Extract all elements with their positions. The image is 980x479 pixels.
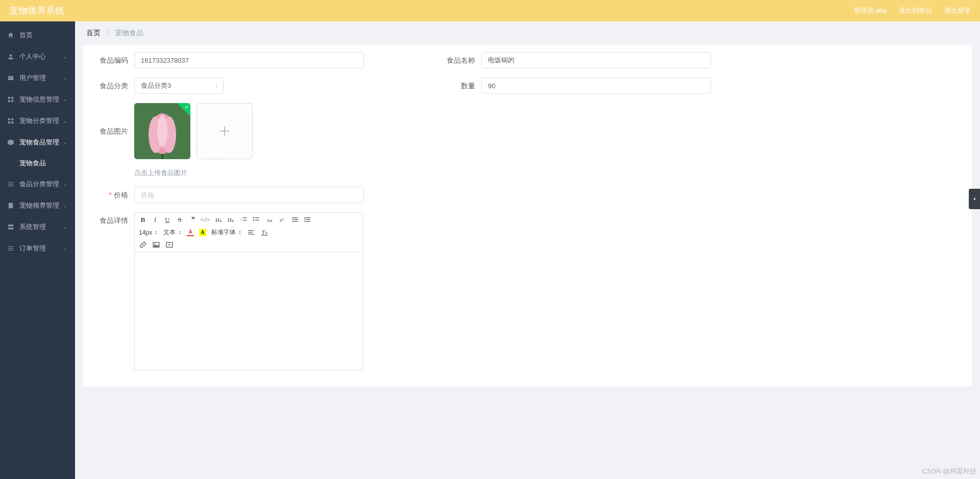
- sidebar-item-adoption[interactable]: 宠物领养管理: [0, 195, 75, 216]
- indent-button[interactable]: [303, 216, 311, 224]
- plus-icon: [217, 124, 232, 138]
- bold-button[interactable]: B: [139, 216, 147, 224]
- h1-button[interactable]: H₁: [214, 216, 223, 224]
- chevron-down-icon: [213, 83, 219, 89]
- align-button[interactable]: [247, 229, 255, 237]
- doc-icon: [7, 202, 14, 209]
- sidebar-item-profile[interactable]: 个人中心: [0, 46, 75, 67]
- sidebar-item-label: 食品分类管理: [19, 180, 59, 189]
- svg-rect-3: [11, 97, 13, 99]
- svg-rect-8: [8, 121, 10, 123]
- home-icon: [7, 32, 14, 39]
- chevron-down-icon: [63, 224, 68, 230]
- chevron-left-icon: [971, 196, 977, 202]
- svg-rect-16: [8, 246, 14, 247]
- upload-success-badge: [177, 103, 190, 116]
- sidebar-item-home[interactable]: 首页: [0, 24, 75, 46]
- svg-rect-1: [8, 76, 14, 80]
- box-icon: [7, 139, 14, 146]
- video-button[interactable]: [165, 241, 174, 249]
- svg-rect-15: [8, 228, 14, 230]
- sidebar-item-pet-food[interactable]: 宠物食品管理: [0, 132, 75, 153]
- exit-to-front-link[interactable]: 退出到前台: [899, 6, 932, 15]
- price-label: *价格: [88, 187, 134, 203]
- sidebar-item-pet-info[interactable]: 宠物信息管理: [0, 89, 75, 110]
- superscript-button[interactable]: x²: [278, 216, 286, 224]
- h2-button[interactable]: H₂: [227, 216, 235, 224]
- svg-rect-13: [9, 203, 13, 209]
- fontsize-select[interactable]: 14px: [139, 229, 158, 236]
- svg-rect-11: [8, 184, 14, 184]
- strike-button[interactable]: S: [176, 216, 184, 224]
- svg-rect-18: [8, 250, 14, 250]
- underline-button[interactable]: U: [163, 216, 172, 224]
- rich-text-editor: B I U S ❞ </> H₁: [134, 212, 363, 370]
- svg-rect-37: [304, 217, 310, 218]
- svg-rect-36: [292, 221, 298, 221]
- subscript-button[interactable]: x₂: [265, 216, 274, 224]
- breadcrumb-home[interactable]: 首页: [86, 29, 101, 37]
- food-category-value[interactable]: [134, 78, 224, 94]
- price-input[interactable]: [134, 187, 364, 203]
- main-content: 首页 / 宠物食品 食品编码 食品名称 食品分类: [75, 21, 980, 479]
- sidebar-item-food-category[interactable]: 食品分类管理: [0, 173, 75, 195]
- grid-icon: [7, 117, 14, 124]
- svg-point-32: [253, 219, 254, 220]
- svg-rect-38: [306, 219, 310, 220]
- food-image-label: 食品图片: [88, 103, 134, 159]
- upload-add-button[interactable]: [197, 103, 253, 159]
- svg-point-0: [10, 54, 12, 57]
- sidebar-item-pet-category[interactable]: 宠物分类管理: [0, 110, 75, 132]
- fontfamily-select[interactable]: 标准字体: [211, 228, 242, 237]
- italic-button[interactable]: I: [151, 216, 159, 224]
- outdent-button[interactable]: [291, 216, 299, 224]
- food-category-label: 食品分类: [88, 78, 134, 94]
- side-collapse-button[interactable]: [969, 189, 980, 209]
- sidebar-item-users[interactable]: 用户管理: [0, 67, 75, 89]
- svg-rect-5: [11, 100, 13, 102]
- image-button[interactable]: [152, 241, 160, 249]
- block-select[interactable]: 文本: [163, 228, 182, 237]
- list-icon: [7, 181, 14, 188]
- clear-format-button[interactable]: Tx: [260, 229, 268, 237]
- unordered-list-button[interactable]: [252, 216, 260, 224]
- text-color-button[interactable]: A: [187, 229, 194, 236]
- food-name-input[interactable]: [481, 52, 711, 68]
- sidebar: 首页 个人中心 用户管理 宠物信息管理 宠物分类管理 宠物食品管理: [0, 21, 75, 479]
- svg-rect-10: [8, 182, 14, 183]
- admin-user-link[interactable]: 管理员 abo: [854, 6, 887, 15]
- mail-icon: [7, 74, 14, 82]
- svg-rect-12: [8, 186, 14, 186]
- bg-color-button[interactable]: A: [199, 229, 206, 236]
- editor-body[interactable]: [135, 253, 362, 370]
- server-icon: [7, 223, 14, 231]
- sidebar-item-orders[interactable]: 订单管理: [0, 238, 75, 259]
- svg-rect-9: [11, 121, 13, 123]
- food-code-input[interactable]: [134, 52, 364, 68]
- chevron-down-icon: [63, 97, 68, 102]
- form-card: 食品编码 食品名称 食品分类: [83, 45, 972, 387]
- svg-rect-17: [8, 248, 14, 248]
- svg-rect-2: [8, 97, 10, 99]
- food-name-label: 食品名称: [435, 52, 481, 68]
- svg-rect-34: [292, 217, 298, 218]
- quote-button[interactable]: ❞: [189, 216, 197, 224]
- code-button[interactable]: </>: [201, 216, 209, 224]
- sidebar-subitem-pet-food[interactable]: 宠物食品: [0, 153, 75, 173]
- upload-hint: 点击上传食品图片: [134, 168, 435, 178]
- food-category-select[interactable]: [134, 78, 224, 94]
- link-button[interactable]: [139, 241, 147, 249]
- list-icon: [7, 245, 14, 252]
- uploaded-image-thumb[interactable]: [134, 103, 190, 159]
- svg-rect-6: [8, 118, 10, 120]
- food-code-label: 食品编码: [88, 52, 134, 68]
- editor-toolbar: B I U S ❞ </> H₁: [135, 213, 362, 253]
- ordered-list-button[interactable]: 12: [240, 216, 248, 224]
- svg-rect-39: [304, 221, 310, 221]
- watermark: CSDN @阿莫科技: [922, 467, 976, 476]
- sidebar-item-label: 宠物食品管理: [19, 138, 59, 147]
- chevron-down-icon: [63, 182, 68, 187]
- sidebar-item-system[interactable]: 系统管理: [0, 216, 75, 238]
- qty-input[interactable]: [481, 78, 711, 94]
- logout-link[interactable]: 退出登录: [944, 6, 971, 15]
